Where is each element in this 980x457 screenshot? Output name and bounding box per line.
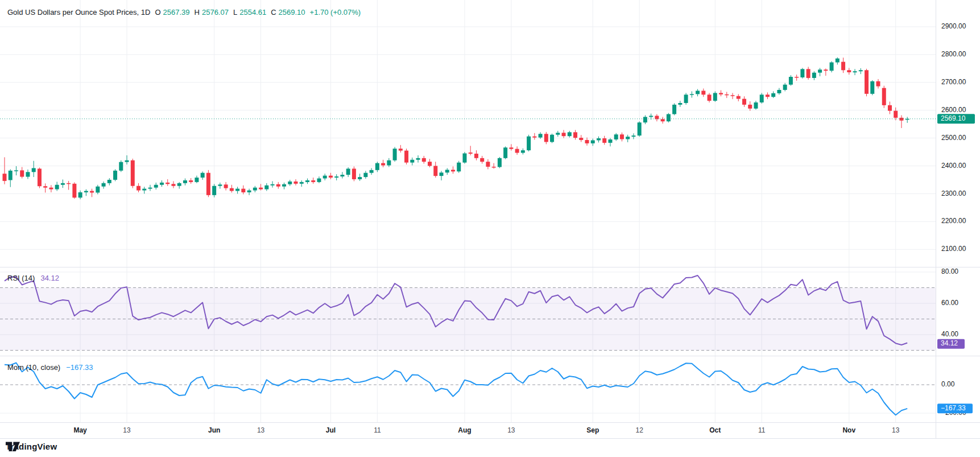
tradingview-branding[interactable]: TradingView	[6, 442, 57, 451]
axis-value-badges: 2569.1034.12−167.33	[937, 114, 975, 413]
tradingview-chart-widget: 2900.002800.002700.002600.002500.002400.…	[0, 0, 980, 457]
svg-text:11: 11	[374, 426, 381, 434]
svg-text:13: 13	[892, 426, 900, 434]
gridlines	[0, 0, 936, 422]
svg-text:2500.00: 2500.00	[941, 134, 966, 142]
candles	[3, 57, 909, 199]
chart-canvas[interactable]: 2900.002800.002700.002600.002500.002400.…	[0, 0, 980, 457]
change-label: +1.70 (+0.07%)	[310, 7, 361, 18]
svg-text:13: 13	[123, 426, 131, 434]
ohlc-low: L2554.61	[233, 7, 266, 18]
svg-text:2600.00: 2600.00	[941, 106, 966, 114]
price-axis[interactable]: 2900.002800.002700.002600.002500.002400.…	[941, 22, 966, 417]
svg-text:Jun: Jun	[208, 426, 220, 434]
svg-text:12: 12	[635, 426, 643, 434]
svg-text:40.00: 40.00	[941, 330, 958, 338]
rsi-legend: RSI (14) 34.12	[7, 273, 59, 283]
rsi-value: 34.12	[40, 273, 59, 283]
svg-text:2700.00: 2700.00	[941, 78, 966, 86]
mom-value: −167.33	[66, 363, 93, 373]
svg-text:34.12: 34.12	[941, 339, 958, 347]
svg-text:2800.00: 2800.00	[941, 50, 966, 58]
svg-text:2100.00: 2100.00	[941, 245, 966, 253]
svg-text:2569.10: 2569.10	[941, 114, 966, 122]
svg-text:0.00: 0.00	[941, 380, 955, 388]
ohlc-close: C2569.10	[271, 7, 305, 18]
momentum-line	[5, 363, 907, 415]
time-axis[interactable]: May13Jun13Jul11Aug13Sep12Oct11Nov13	[73, 426, 899, 434]
svg-text:Aug: Aug	[458, 426, 471, 434]
svg-text:60.00: 60.00	[941, 299, 958, 307]
mom-title[interactable]: Mom (10, close)	[7, 363, 60, 373]
svg-text:May: May	[73, 426, 87, 434]
rsi-title[interactable]: RSI (14)	[7, 273, 35, 283]
svg-text:2300.00: 2300.00	[941, 190, 966, 197]
svg-text:2400.00: 2400.00	[941, 162, 966, 170]
svg-text:Jul: Jul	[326, 426, 336, 434]
svg-text:80.00: 80.00	[941, 267, 958, 275]
ohlc-open: O2567.39	[155, 7, 189, 18]
svg-text:Oct: Oct	[709, 426, 721, 434]
svg-text:13: 13	[257, 426, 265, 434]
symbol-title[interactable]: Gold US Dollars per Ounce Spot Prices, 1…	[7, 7, 150, 18]
symbol-legend: Gold US Dollars per Ounce Spot Prices, 1…	[7, 7, 361, 18]
ohlc-high: H2576.07	[195, 7, 229, 18]
svg-text:−167.33: −167.33	[941, 404, 966, 412]
tradingview-logo-icon	[6, 442, 20, 452]
svg-text:Nov: Nov	[842, 426, 855, 434]
svg-text:2900.00: 2900.00	[941, 22, 966, 30]
svg-text:2200.00: 2200.00	[941, 217, 966, 225]
svg-text:11: 11	[758, 426, 766, 434]
svg-text:13: 13	[507, 426, 515, 434]
svg-text:Sep: Sep	[586, 426, 599, 434]
mom-legend: Mom (10, close) −167.33	[7, 363, 93, 373]
